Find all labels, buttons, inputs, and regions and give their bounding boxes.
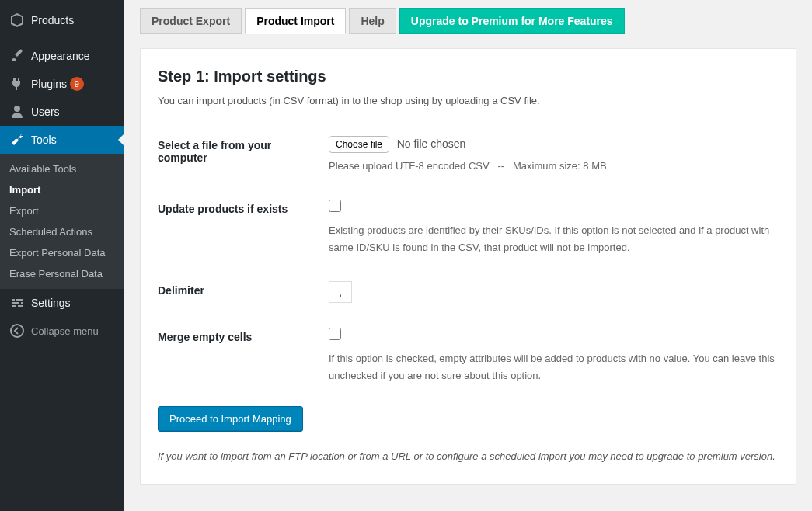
sidebar-item-collapse[interactable]: Collapse menu (0, 317, 124, 345)
submenu-export-personal-data[interactable]: Export Personal Data (0, 242, 124, 263)
tab-help[interactable]: Help (349, 8, 396, 34)
plugins-update-badge: 9 (70, 77, 84, 91)
tab-product-import[interactable]: Product Import (245, 8, 346, 34)
sidebar-item-tools[interactable]: Tools (0, 126, 124, 154)
panel-intro: You can import products (in CSV format) … (158, 95, 779, 106)
sidebar-item-label: Plugins (31, 78, 67, 90)
premium-footnote: If you want to import from an FTP locati… (158, 449, 779, 465)
update-exists-desc: Existing products are identified by thei… (329, 222, 779, 256)
main-content: Product Export Product Import Help Upgra… (124, 0, 812, 511)
submenu-erase-personal-data[interactable]: Erase Personal Data (0, 263, 124, 284)
submenu-import[interactable]: Import (0, 179, 124, 200)
svg-point-0 (11, 325, 23, 337)
nav-tabs: Product Export Product Import Help Upgra… (140, 8, 796, 34)
user-icon (9, 104, 25, 120)
settings-form: Select a file from your computer Choose … (158, 125, 779, 398)
admin-sidebar: Products Appearance Plugins 9 Users (0, 0, 124, 511)
submenu-available-tools[interactable]: Available Tools (0, 158, 124, 179)
file-chosen-text: No file chosen (397, 137, 466, 150)
proceed-import-mapping-button[interactable]: Proceed to Import Mapping (158, 406, 303, 432)
sidebar-item-label: Appearance (31, 50, 90, 62)
sliders-icon (9, 295, 25, 311)
tools-submenu: Available Tools Import Export Scheduled … (0, 154, 124, 289)
wrench-icon (9, 132, 25, 148)
sidebar-item-hidden-top[interactable] (0, 0, 124, 6)
sidebar-item-label: Settings (31, 297, 71, 309)
sidebar-item-appearance[interactable]: Appearance (0, 42, 124, 70)
sidebar-item-products[interactable]: Products (0, 6, 124, 34)
sidebar-item-settings[interactable]: Settings (0, 289, 124, 317)
tab-product-export[interactable]: Product Export (140, 8, 242, 34)
merge-empty-desc: If this option is checked, empty attribu… (329, 350, 779, 384)
choose-file-button[interactable]: Choose file (329, 136, 389, 153)
file-hint: Please upload UTF-8 encoded CSV -- Maxim… (329, 158, 779, 175)
merge-empty-label: Merge empty cells (158, 317, 329, 398)
delimiter-label: Delimiter (158, 270, 329, 317)
file-select-label: Select a file from your computer (158, 125, 329, 189)
brush-icon (9, 48, 25, 64)
plug-icon (9, 76, 25, 92)
sidebar-item-users[interactable]: Users (0, 98, 124, 126)
sidebar-item-label: Products (31, 14, 74, 26)
dashboard-icon (9, 0, 25, 6)
cube-icon (9, 12, 25, 28)
delimiter-input[interactable] (329, 281, 352, 303)
update-exists-label: Update products if exists (158, 189, 329, 270)
sidebar-item-plugins[interactable]: Plugins 9 (0, 70, 124, 98)
merge-empty-checkbox[interactable] (329, 328, 341, 340)
collapse-icon (9, 323, 25, 339)
import-settings-panel: Step 1: Import settings You can import p… (140, 48, 796, 485)
tab-upgrade-premium[interactable]: Upgrade to Premium for More Features (399, 8, 625, 34)
sidebar-item-label: Collapse menu (31, 325, 99, 337)
panel-heading: Step 1: Import settings (158, 68, 779, 85)
sidebar-item-label: Tools (31, 134, 57, 146)
submenu-scheduled-actions[interactable]: Scheduled Actions (0, 221, 124, 242)
submenu-export[interactable]: Export (0, 200, 124, 221)
update-exists-checkbox[interactable] (329, 200, 341, 212)
sidebar-item-label: Users (31, 106, 60, 118)
